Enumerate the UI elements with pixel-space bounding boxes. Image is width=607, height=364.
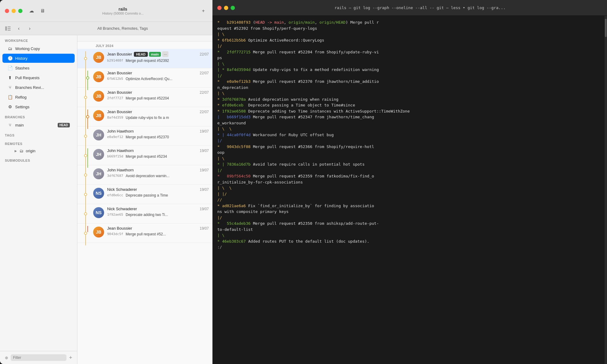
sidebar-item-stashes[interactable]: 📄 Stashes [2,63,75,72]
pull-requests-icon: ⬆ [7,75,13,80]
commit-message: Merge pull request #52... [126,232,166,236]
table-row[interactable]: NS Nick Schwaderer 19/07 efd0e6cc Deprec… [77,185,212,204]
terminal-line: * 55c4adeb36 Merge pull request #52350 f… [217,221,602,227]
commit-info: Jean Boussier HEAD main ··· 22/07 b29140… [107,51,209,63]
terminal-line: * | 44ca0f0f4d Workaround for Ruby UTC o… [217,132,602,138]
commit-hash: 6fb612b5 [107,77,123,81]
terminal-line: * b291408f93 (HEAD -> main, origin/main,… [217,19,602,25]
avatar: JB [93,110,104,121]
maximize-button[interactable] [18,9,22,13]
main-content: Workspace 🗂 Working Copy 🕐 History 📄 Sta… [0,35,212,364]
minimize-button[interactable] [12,9,16,13]
expand-icon: ▶ [15,149,17,153]
avatar: JH [93,149,104,160]
table-row[interactable]: NS Nick Schwaderer 19/07 1f92ae65 Deprec… [77,204,212,224]
branches-filter-label: All Branches, Remotes, Tags [36,26,209,31]
commit-date: 19/07 [200,207,209,211]
commit-message: Merge pull request #5234 [126,154,167,159]
sidebar-toggle-button[interactable] [4,24,12,33]
terminal-line: | b669f15dd3 Merge pull request #52347 f… [217,114,602,120]
terminal-line: * 9043dc5f08 Merge pull request #52366 f… [217,144,602,150]
settings-icon: ⚙ [7,104,13,109]
commit-author: Jean Boussier [107,90,132,95]
head-badge: HEAD [58,123,70,127]
table-row[interactable]: JB Jean Boussier 22/07 8af4d359 Update r… [77,107,212,126]
commit-message: Deprecate adding two Ti... [126,213,168,217]
sidebar-item-reflog[interactable]: 📋 Reflog [2,93,75,102]
terminal-line: | \ [217,90,602,96]
avatar: JB [93,91,104,102]
hdd-icon-button[interactable]: 🖥 [38,7,47,15]
table-row[interactable]: JB Jean Boussier 22/07 6fb612b5 Optimize… [77,68,212,88]
commit-date: 22/07 [200,110,209,114]
sidebar-item-main[interactable]: ⑂ main HEAD [2,120,75,130]
avatar: JH [93,130,104,140]
stashes-label: Stashes [15,66,70,70]
table-row[interactable]: JH John Hawthorn 19/07 e0a9ef12 Merge pu… [77,126,212,146]
back-button[interactable]: ‹ [15,24,23,33]
commit-author: John Hawthorn [107,168,134,172]
remotes-section-label: Remotes [0,138,77,147]
commit-date: 19/07 [200,129,209,133]
terminal-scrollbar[interactable] [605,16,607,364]
table-row[interactable]: JB Jean Boussier 22/07 2fdf7727 Merge pu… [77,88,212,107]
table-row[interactable]: JB Jean Boussier 19/07 9043dc5f Merge pu… [77,224,212,243]
reflog-label: Reflog [15,95,70,99]
title-bar: ☁ 🖥 rails History (50000 Commits o... + [0,0,212,22]
commit-hash: efd0e6cc [107,193,123,197]
cloud-icon-button[interactable]: ☁ [27,7,36,15]
main-tag: main [149,52,161,57]
terminal-line: :/ [217,244,602,250]
commit-author: Jean Boussier [107,110,132,114]
terminal-line: |/ [217,73,602,79]
svg-rect-0 [5,26,7,31]
commit-info: Nick Schwaderer 19/07 efd0e6cc Deprecate… [107,187,209,197]
table-row[interactable]: JH John Hawthorn 19/07 b669f15d Merge pu… [77,146,212,165]
commit-info: John Hawthorn 19/07 e0a9ef12 Merge pull … [107,129,209,139]
avatar: NS [93,188,104,199]
terminal-close-button[interactable] [217,6,222,10]
commit-list[interactable]: JB Jean Boussier HEAD main ··· [77,49,212,364]
terminal-line: * e0a9ef12b3 Merge pull request #52370 f… [217,79,602,85]
avatar: JB [93,227,104,238]
terminal-maximize-button[interactable] [231,6,235,10]
table-row[interactable]: JH John Hawthorn 19/07 3df67687 Avoid de… [77,165,212,185]
pull-requests-label: Pull Requests [15,76,70,80]
close-button[interactable] [5,9,9,13]
commit-hash: 1f92ae65 [107,213,123,217]
sidebar-item-origin[interactable]: ▶ 🗂 origin [2,147,75,155]
filter-input[interactable] [11,354,66,361]
terminal-line: equest #52392 from Shopify/perf-query-lo… [217,25,602,32]
sidebar-item-history[interactable]: 🕐 History [2,54,75,63]
graph-col [81,207,90,221]
branches-review-label: Branches Revi... [15,85,70,90]
more-tags: ··· [162,51,168,57]
avatar: JB [93,52,104,63]
terminal-line: * 6fb612b5b6 Optimize ActiveRecord::Quer… [217,37,602,43]
working-copy-icon: 🗂 [7,46,13,51]
sidebar-item-pull-requests[interactable]: ⬆ Pull Requests [2,73,75,82]
table-row[interactable]: JB Jean Boussier HEAD main ··· [77,49,212,68]
terminal-body[interactable]: * b291408f93 (HEAD -> main, origin/main,… [212,16,607,364]
sidebar-item-branches-review[interactable]: ⑂ Branches Revi... [2,83,75,92]
svg-rect-3 [8,30,11,31]
forward-button[interactable]: › [25,24,34,33]
terminal-line: r_initialize_by-for-cpk-associations [217,179,602,185]
add-tab-button[interactable]: + [199,7,208,15]
nav-bar: ‹ › All Branches, Remotes, Tags [0,22,212,35]
terminal-line: * efd0e6ceb Deprecate passing a Time obj… [217,102,602,108]
commit-message: Merge pull request #52204 [126,96,169,100]
add-item-button[interactable]: + [69,355,72,361]
sidebar-item-settings[interactable]: ⚙ Settings [2,102,75,111]
terminal-minimize-button[interactable] [224,6,228,10]
app-window: ☁ 🖥 rails History (50000 Commits o... + … [0,0,212,364]
commit-hash: 8af4d359 [107,116,123,120]
terminal-line: * | 7836a16d7b Avoid late require calls … [217,161,602,167]
traffic-lights [5,9,22,13]
sidebar-item-working-copy[interactable]: 🗂 Working Copy [2,44,75,53]
graph-col [81,110,90,124]
date-separator: JULY 2024 [77,42,212,49]
commit-message: Merge pull request #52392 [126,59,169,63]
scrollbar-thumb[interactable] [605,19,607,37]
terminal-line: n_deprecation [217,85,602,91]
